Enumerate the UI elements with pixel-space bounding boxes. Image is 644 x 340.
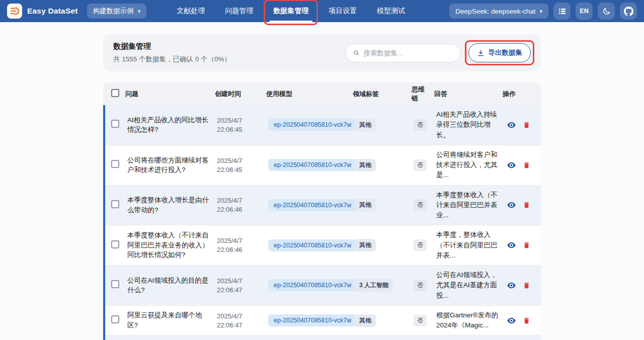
search-box[interactable] <box>346 44 460 62</box>
created-date: 2025/4/7 <box>217 237 262 244</box>
col-header-model: 使用模型 <box>266 90 353 99</box>
view-detail-button[interactable] <box>507 240 516 250</box>
brand-title: Easy DataSet <box>27 7 78 16</box>
cot-badge: 否 <box>414 239 427 251</box>
row-actions <box>505 240 541 250</box>
page-title: 数据集管理 <box>113 42 231 51</box>
trash-icon <box>523 201 530 209</box>
domain-tag-badge: 其他 <box>355 159 376 172</box>
trash-icon <box>523 281 530 290</box>
col-header-question: 问题 <box>125 90 215 99</box>
header-toolbar: 导出数据集 <box>346 43 531 62</box>
table-row: 本季度整体收入增长是由什么带动的? 2025/4/7 22:06:46 ep-2… <box>105 186 541 226</box>
eye-icon <box>507 120 516 130</box>
nav-menu: 文献处理 问题管理 数据集管理 项目设置 模型测试 <box>176 5 406 18</box>
model-selector[interactable]: DeepSeek: deepseek-chat ▾ <box>449 4 548 19</box>
dark-mode-button[interactable] <box>598 3 615 20</box>
trash-icon <box>523 316 530 325</box>
col-header-answer: 回答 <box>434 90 503 99</box>
view-detail-button[interactable] <box>507 120 516 130</box>
project-selector[interactable]: 构建数据示例 ▾ <box>87 4 147 19</box>
delete-button[interactable] <box>523 201 530 209</box>
cot-badge: 否 <box>414 159 427 171</box>
navbar-right-cluster: DeepSeek: deepseek-chat ▾ EN <box>449 3 637 20</box>
select-all-checkbox[interactable] <box>111 89 119 97</box>
row-checkbox[interactable] <box>111 160 119 168</box>
question-text: 公司在AI领域投入的目的是什么? <box>127 276 217 295</box>
created-time: 2025/4/7 22:06:46 <box>217 237 268 253</box>
created-time: 2025/4/7 22:06:45 <box>217 117 268 133</box>
row-checkbox[interactable] <box>111 280 119 288</box>
created-clock: 22:06:47 <box>217 321 262 329</box>
created-clock: 22:06:46 <box>217 246 262 253</box>
table-row: 公司在AI领域投入的目的是什么? 2025/4/7 22:06:47 ep-20… <box>105 266 541 306</box>
page-header-card: 数据集管理 共 1555 个数据集，已确认 0 个（0%） 导出数据集 <box>103 34 541 71</box>
table-row: AI相关产品收入的同比增长情况怎样? 2025/4/7 22:06:45 ep-… <box>105 105 541 145</box>
created-time: 2025/4/7 22:06:45 <box>217 157 268 174</box>
download-icon <box>477 49 485 57</box>
row-checkbox[interactable] <box>111 240 119 248</box>
nav-item-project-settings[interactable]: 项目设置 <box>328 5 358 18</box>
question-text: 阿里云获提及来自哪个地区? <box>127 310 217 330</box>
search-input[interactable] <box>364 49 453 57</box>
created-date: 2025/4/7 <box>217 117 262 124</box>
task-list-button[interactable] <box>553 3 571 20</box>
nav-item-literature[interactable]: 文献处理 <box>176 5 206 18</box>
table-body: AI相关产品收入的同比增长情况怎样? 2025/4/7 22:06:45 ep-… <box>103 105 541 340</box>
easy-dataset-logo-icon <box>10 6 20 16</box>
domain-tag-badge: 其他 <box>355 314 376 327</box>
trash-icon <box>523 161 530 169</box>
app-logo <box>7 4 22 19</box>
chevron-down-icon: ▾ <box>138 8 141 15</box>
delete-button[interactable] <box>523 316 530 325</box>
nav-item-datasets-label: 数据集管理 <box>273 7 308 15</box>
row-checkbox[interactable] <box>111 315 119 323</box>
list-icon <box>558 7 567 16</box>
created-time: 2025/4/7 22:06:47 <box>217 312 268 329</box>
delete-button[interactable] <box>523 121 530 129</box>
domain-tag-badge: 3 人工智能 <box>355 279 393 292</box>
model-badge: ep-20250407085810-vck7w <box>268 314 357 326</box>
table-header-row: 问题 创建时间 使用模型 领域标签 思维链 回答 操作 <box>103 82 541 105</box>
view-detail-button[interactable] <box>507 200 516 210</box>
created-clock: 22:06:45 <box>217 126 262 133</box>
table-row: 公司将在哪些方面继续对客户和技术进行投入? 2025/4/7 22:06:45 … <box>105 145 541 186</box>
view-detail-button[interactable] <box>507 316 516 325</box>
view-detail-button[interactable] <box>507 281 516 290</box>
model-badge: ep-20250407085810-vck7w <box>268 239 357 251</box>
row-checkbox[interactable] <box>111 200 119 208</box>
nav-item-model-test[interactable]: 模型测试 <box>376 5 406 18</box>
col-header-cot: 思维链 <box>412 85 434 103</box>
delete-button[interactable] <box>523 161 530 169</box>
search-icon <box>353 49 359 57</box>
answer-text: 公司在AI领域投入，尤其是在AI基建方面投... <box>436 270 505 301</box>
cot-badge: 否 <box>414 199 427 211</box>
col-header-created: 创建时间 <box>215 90 266 99</box>
answer-text: 本季度，整体收入（不计来自阿里巴巴并表... <box>436 230 505 261</box>
model-selector-label: DeepSeek: deepseek-chat <box>455 8 535 15</box>
model-badge: ep-20250407085810-vck7w <box>268 119 357 131</box>
created-date: 2025/4/7 <box>217 197 262 204</box>
github-button[interactable] <box>620 3 637 20</box>
delete-button[interactable] <box>523 241 530 249</box>
top-navbar: Easy DataSet 构建数据示例 ▾ 文献处理 问题管理 数据集管理 项目… <box>0 0 644 22</box>
nav-item-questions[interactable]: 问题管理 <box>224 5 254 18</box>
trash-icon <box>523 241 530 249</box>
created-clock: 22:06:45 <box>217 166 262 174</box>
delete-button[interactable] <box>523 281 530 290</box>
created-date: 2025/4/7 <box>217 157 262 164</box>
export-dataset-button[interactable]: 导出数据集 <box>468 43 531 62</box>
answer-text: 本季度整体收入（不计来自阿里巴巴并表业... <box>436 190 505 221</box>
row-actions <box>505 160 541 170</box>
created-time: 2025/4/7 22:06:47 <box>217 277 268 294</box>
domain-tag-badge: 其他 <box>355 239 376 251</box>
col-header-domain-tag: 领域标签 <box>353 90 412 99</box>
export-button-label: 导出数据集 <box>489 48 523 57</box>
row-checkbox[interactable] <box>111 120 119 128</box>
cot-badge: 否 <box>414 119 427 131</box>
language-toggle-button[interactable]: EN <box>576 3 593 20</box>
question-text: 本季度整体收入增长是由什么带动的? <box>127 195 217 215</box>
view-detail-button[interactable] <box>507 160 516 170</box>
nav-item-datasets[interactable]: 数据集管理 <box>272 5 309 18</box>
question-text: AI相关产品收入的同比增长情况怎样? <box>127 115 217 135</box>
